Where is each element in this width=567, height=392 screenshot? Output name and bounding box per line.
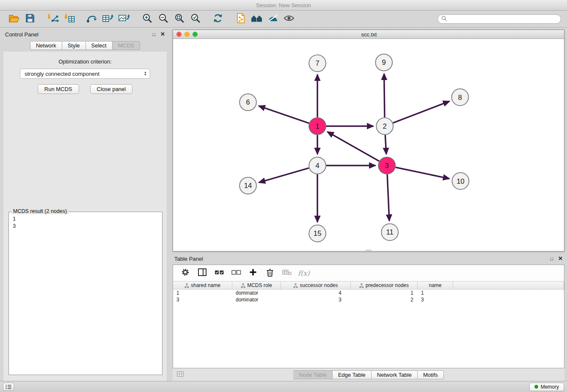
- home-networks-button[interactable]: [249, 12, 265, 26]
- show-hide-details-button[interactable]: [281, 12, 297, 26]
- cell-name[interactable]: 3: [418, 296, 453, 303]
- zoom-fit-button[interactable]: [171, 12, 187, 26]
- toggle-column-panel-button[interactable]: [196, 267, 209, 279]
- close-panel-icon[interactable]: ✕: [160, 31, 165, 37]
- graph-edge-3-1[interactable]: [328, 132, 380, 161]
- refresh-view-button[interactable]: [210, 12, 226, 26]
- add-column-button[interactable]: [247, 267, 259, 279]
- level-of-detail-button[interactable]: [265, 12, 281, 26]
- table-empty-space: [173, 303, 564, 368]
- tab-motifs[interactable]: Motifs: [418, 370, 444, 379]
- column-header-name[interactable]: name: [418, 282, 453, 289]
- export-image-button[interactable]: [116, 12, 132, 26]
- svg-text:4: 4: [315, 162, 319, 170]
- optimization-selected-value: strongly connected component: [25, 71, 99, 77]
- graph-edge-2-9[interactable]: [384, 74, 385, 117]
- memory-button[interactable]: Memory: [529, 383, 564, 391]
- table-row[interactable]: 3 dominator 3 2 3: [173, 296, 564, 303]
- zoom-out-icon: [158, 13, 168, 25]
- window-resize-grip[interactable]: [173, 249, 564, 251]
- graph-edge-3-10[interactable]: [396, 167, 449, 179]
- cell-shared-name[interactable]: 1: [173, 290, 232, 296]
- maximize-window-icon[interactable]: +: [193, 32, 198, 37]
- search-field[interactable]: [438, 14, 561, 24]
- network-tools-button[interactable]: [84, 12, 100, 26]
- cell-mcds-role[interactable]: dominator: [232, 296, 281, 303]
- graph-node-9[interactable]: 9: [375, 54, 392, 71]
- window-titlebar: Session: New Session: [0, 0, 567, 11]
- minimize-window-icon[interactable]: –: [184, 32, 190, 37]
- graph-node-selected-3[interactable]: 3: [378, 157, 395, 174]
- cell-successor-nodes[interactable]: 3: [281, 296, 351, 303]
- graph-node-7[interactable]: 7: [309, 55, 326, 72]
- main-toolbar: [0, 11, 567, 28]
- tab-node-table[interactable]: Node Table: [293, 370, 333, 379]
- graph-edge-3-11[interactable]: [387, 174, 389, 221]
- table-mode-icon[interactable]: [177, 371, 184, 378]
- graph-node-6[interactable]: 6: [239, 94, 256, 111]
- delete-columns-button[interactable]: [264, 267, 276, 279]
- network-canvas[interactable]: 7968124314101511: [173, 39, 564, 249]
- tab-network[interactable]: Network: [30, 41, 62, 50]
- graph-edge-2-8[interactable]: [393, 101, 449, 123]
- graph-node-selected-1[interactable]: 1: [309, 118, 326, 135]
- table-row[interactable]: 1 dominator 4 1 1: [173, 290, 564, 296]
- optimization-criterion-select[interactable]: strongly connected component ▲▼: [20, 69, 150, 79]
- graph-node-2[interactable]: 2: [376, 118, 393, 135]
- network-view-window: × – + scc.txt 79681243141015: [173, 30, 564, 251]
- show-panel-button[interactable]: [3, 383, 14, 391]
- select-all-columns-button[interactable]: [213, 267, 226, 279]
- zoom-selected-button[interactable]: [187, 12, 203, 26]
- tab-select[interactable]: Select: [86, 41, 113, 50]
- zoom-in-button[interactable]: [139, 12, 155, 26]
- import-network-button[interactable]: [45, 12, 61, 26]
- cell-shared-name[interactable]: 3: [173, 296, 232, 303]
- network-window-titlebar: × – + scc.txt: [173, 30, 564, 39]
- table-settings-button[interactable]: [179, 267, 192, 279]
- node-table-container: f(x) shared name MCDS role: [173, 265, 564, 368]
- close-panel-button[interactable]: Close panel: [90, 84, 133, 94]
- graph-edge-2-3[interactable]: [385, 135, 386, 155]
- tab-style[interactable]: Style: [62, 41, 86, 50]
- share-network-button[interactable]: [233, 12, 249, 26]
- run-mcds-button[interactable]: Run MCDS: [38, 84, 79, 94]
- column-header-predecessor-nodes[interactable]: predecessor nodes: [351, 282, 418, 289]
- graph-node-15[interactable]: 15: [309, 225, 326, 242]
- zoom-out-button[interactable]: [155, 12, 171, 26]
- cell-predecessor-nodes[interactable]: 1: [351, 290, 418, 296]
- mcds-result-title: MCDS result (2 nodes): [11, 208, 69, 214]
- search-input[interactable]: [449, 16, 557, 22]
- float-panel-icon[interactable]: □: [550, 256, 553, 262]
- column-header-mcds-role[interactable]: MCDS role: [232, 282, 281, 289]
- graph-node-10[interactable]: 10: [452, 173, 469, 190]
- float-panel-icon[interactable]: □: [152, 31, 155, 37]
- column-header-successor-nodes[interactable]: successor nodes: [281, 282, 351, 289]
- graph-edge-1-6[interactable]: [259, 106, 309, 123]
- unselect-all-columns-button[interactable]: [230, 267, 242, 279]
- cell-predecessor-nodes[interactable]: 2: [351, 296, 418, 303]
- graph-node-8[interactable]: 8: [451, 89, 468, 106]
- delete-table-button[interactable]: [281, 267, 293, 279]
- search-icon: [441, 15, 447, 23]
- select-caret-icon: ▲▼: [144, 71, 147, 76]
- tab-edge-table[interactable]: Edge Table: [333, 370, 372, 379]
- import-table-button[interactable]: [61, 12, 77, 26]
- cell-name[interactable]: 1: [418, 290, 453, 296]
- application-window: Session: New Session: [0, 0, 567, 392]
- save-session-button[interactable]: [22, 12, 38, 26]
- tab-mcds[interactable]: MCDS: [113, 41, 140, 50]
- network-graph[interactable]: 7968124314101511: [173, 39, 564, 249]
- graph-edge-4-14[interactable]: [259, 168, 309, 182]
- close-panel-icon[interactable]: ✕: [558, 256, 563, 262]
- open-session-button[interactable]: [6, 12, 22, 26]
- graph-node-4[interactable]: 4: [309, 157, 326, 174]
- function-builder-button[interactable]: f(x): [297, 267, 310, 279]
- column-header-shared-name[interactable]: shared name: [173, 282, 232, 289]
- cell-mcds-role[interactable]: dominator: [232, 290, 281, 296]
- close-window-icon[interactable]: ×: [176, 32, 182, 37]
- graph-node-14[interactable]: 14: [239, 177, 256, 194]
- cell-successor-nodes[interactable]: 4: [281, 290, 351, 296]
- tab-network-table[interactable]: Network Table: [372, 370, 418, 379]
- graph-node-11[interactable]: 11: [381, 224, 398, 241]
- export-table-button[interactable]: [100, 12, 116, 26]
